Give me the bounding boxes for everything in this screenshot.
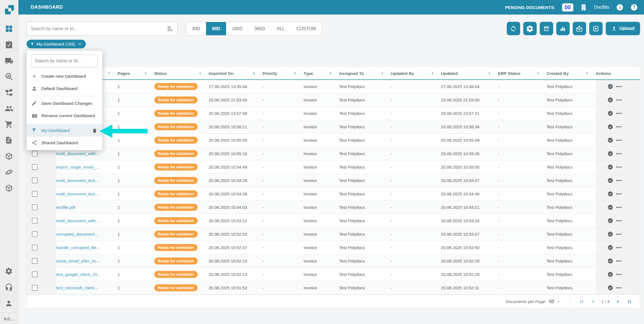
- certificate-icon[interactable]: [607, 191, 613, 197]
- document-link[interactable]: multi_document_test...: [56, 178, 98, 183]
- sidebar-item-settings-icon[interactable]: [5, 267, 14, 276]
- certificate-icon[interactable]: [607, 178, 613, 183]
- range-button-30d[interactable]: 30D: [186, 22, 206, 35]
- column-header-priority[interactable]: Priority▲▼: [262, 67, 304, 79]
- sidebar-item-sitemap-icon[interactable]: [5, 88, 14, 97]
- help-icon[interactable]: [630, 4, 638, 11]
- caret-down-icon[interactable]: [557, 300, 560, 303]
- row-checkbox[interactable]: [32, 204, 38, 210]
- docbits-logo-icon[interactable]: [3, 4, 15, 16]
- row-checkbox[interactable]: [32, 151, 38, 157]
- range-button-custom[interactable]: CUSTOM: [291, 22, 322, 35]
- menu-item-shared-dashbaord[interactable]: Shared Dashbaord: [27, 137, 102, 149]
- more-actions-icon[interactable]: •••: [616, 84, 622, 89]
- certificate-icon[interactable]: [607, 84, 613, 89]
- more-actions-icon[interactable]: •••: [616, 205, 622, 210]
- sort-control-created_by[interactable]: ▲▼: [586, 71, 588, 75]
- sidebar-item-cart-icon[interactable]: [5, 120, 14, 129]
- more-actions-icon[interactable]: •••: [616, 245, 622, 250]
- sidebar-item-headset-icon[interactable]: [5, 283, 14, 292]
- column-header-updated[interactable]: Updated▲▼: [441, 67, 498, 79]
- row-checkbox[interactable]: [32, 258, 38, 264]
- certificate-icon[interactable]: [607, 97, 613, 103]
- scanner-button[interactable]: [540, 22, 553, 35]
- sidebar-item-package2-icon[interactable]: [5, 184, 14, 193]
- filter-tune-icon[interactable]: [167, 25, 173, 32]
- menu-item-default-dashboard[interactable]: Default Dashboard: [27, 82, 102, 95]
- document-link[interactable]: testfile.pdf: [56, 205, 75, 210]
- sort-control-erp[interactable]: ▲▼: [537, 71, 539, 75]
- more-actions-icon[interactable]: •••: [616, 272, 622, 277]
- sidebar-item-orbit-icon[interactable]: [5, 168, 14, 177]
- document-link[interactable]: corrupted_document...: [56, 232, 98, 237]
- sync-button[interactable]: [507, 22, 520, 35]
- more-actions-icon[interactable]: •••: [616, 151, 622, 157]
- more-actions-icon[interactable]: •••: [616, 164, 622, 170]
- certificate-icon[interactable]: [607, 258, 613, 264]
- column-header-erp[interactable]: ERP Status▲▼: [498, 67, 546, 79]
- column-header-type[interactable]: Type▲▼: [304, 67, 339, 79]
- sidebar-item-clipboard-check-icon[interactable]: [5, 41, 14, 49]
- mail-import-button[interactable]: [573, 22, 586, 35]
- row-checkbox[interactable]: [32, 178, 38, 183]
- certificate-icon[interactable]: [607, 231, 613, 237]
- sort-control-updated[interactable]: ▲▼: [488, 71, 491, 75]
- upload-button[interactable]: Upload: [606, 22, 640, 35]
- certificate-icon[interactable]: [607, 151, 613, 157]
- sort-control-type[interactable]: ▲▼: [329, 71, 332, 75]
- more-actions-icon[interactable]: •••: [616, 191, 622, 197]
- first-page-button[interactable]: [579, 298, 585, 305]
- column-header-updated_by[interactable]: Updated By▲▼: [391, 67, 441, 79]
- sidebar-item-package-icon[interactable]: [5, 152, 14, 161]
- column-header-pages[interactable]: Pages▲▼: [118, 67, 154, 79]
- next-page-button[interactable]: [615, 298, 621, 305]
- per-page-value[interactable]: 50: [549, 299, 554, 304]
- sort-control-pages[interactable]: ▲▼: [145, 71, 147, 75]
- row-checkbox[interactable]: [32, 231, 38, 237]
- more-actions-icon[interactable]: •••: [616, 97, 622, 103]
- row-checkbox[interactable]: [32, 191, 38, 197]
- more-actions-icon[interactable]: •••: [616, 124, 622, 130]
- row-checkbox[interactable]: [32, 245, 38, 250]
- column-header-created_by[interactable]: Created By▲▼: [546, 67, 596, 79]
- dashboard-menu-search-input[interactable]: [35, 58, 94, 63]
- certificate-icon[interactable]: [607, 285, 613, 291]
- sidebar-item-truck-icon[interactable]: [5, 56, 14, 65]
- certificate-icon[interactable]: [607, 271, 613, 277]
- row-checkbox[interactable]: [32, 164, 38, 170]
- range-button-90d[interactable]: 90D: [206, 22, 226, 35]
- info-icon[interactable]: [616, 4, 624, 11]
- document-link[interactable]: handle_corrupted_file...: [56, 245, 100, 250]
- document-link[interactable]: import_single_email_...: [56, 165, 99, 169]
- dashboard-selector-button[interactable]: My-Dashboard (193): [27, 40, 86, 48]
- document-link[interactable]: multi_document_test...: [56, 191, 98, 196]
- sort-control-imported[interactable]: ▲▼: [253, 71, 255, 75]
- certificate-icon[interactable]: [607, 124, 613, 130]
- menu-item-rename-current-dashboard[interactable]: Rename current Dashboard: [27, 110, 102, 122]
- certificate-icon[interactable]: [607, 110, 613, 116]
- menu-item-save-dashboard-changes[interactable]: Save Dashboard Changes: [27, 97, 102, 110]
- column-header-imported[interactable]: Imported On▲▼: [209, 67, 262, 79]
- column-header-assigned[interactable]: Assigned To▲▼: [339, 67, 391, 79]
- range-button-all[interactable]: ALL: [271, 22, 290, 35]
- menu-item-create-new-dashboard[interactable]: Create new Dashboard: [27, 70, 102, 82]
- sidebar-item-profile-icon[interactable]: [5, 299, 14, 308]
- range-button-180d[interactable]: 180D: [226, 22, 248, 35]
- sidebar-item-search-stats-icon[interactable]: [5, 72, 14, 81]
- document-link[interactable]: multi_document_with...: [56, 218, 99, 223]
- certificate-icon[interactable]: [607, 204, 613, 210]
- sidebar-item-dashboard-grid-icon[interactable]: [5, 25, 14, 34]
- sort-control-priority[interactable]: ▲▼: [294, 71, 296, 75]
- search-input[interactable]: [31, 26, 167, 31]
- more-actions-icon[interactable]: •••: [616, 111, 622, 116]
- document-link[interactable]: multi_document_with...: [56, 151, 99, 156]
- menu-item-my-dashboard[interactable]: My-Dashboard: [27, 124, 102, 137]
- bar-chart-button[interactable]: [556, 22, 570, 35]
- sort-control-updated_by[interactable]: ▲▼: [431, 71, 434, 75]
- settings-button[interactable]: [523, 22, 537, 35]
- range-button-365d[interactable]: 365D: [248, 22, 271, 35]
- previous-page-button[interactable]: [590, 298, 596, 305]
- more-actions-icon[interactable]: •••: [616, 178, 622, 183]
- document-link[interactable]: move_email_after_im...: [56, 259, 100, 263]
- more-actions-icon[interactable]: •••: [616, 258, 622, 264]
